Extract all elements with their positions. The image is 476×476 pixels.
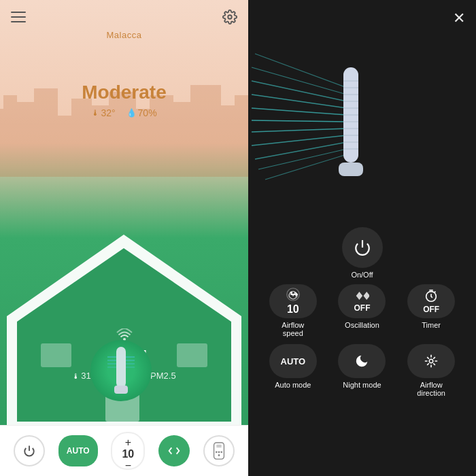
timer-button[interactable]: OFF — [407, 284, 455, 318]
svg-line-38 — [255, 54, 347, 88]
indoor-fan — [90, 340, 158, 411]
svg-line-47 — [258, 149, 347, 169]
svg-line-46 — [255, 142, 347, 159]
svg-point-34 — [218, 451, 220, 453]
auto-mode-group: AUTO Auto mode — [262, 344, 324, 397]
svg-line-42 — [252, 108, 347, 115]
outdoor-section: Moderate 🌡 32° 💧 70% — [0, 34, 248, 125]
airflow-speed-button[interactable]: 10 — [269, 284, 317, 318]
timer-label: Timer — [422, 321, 441, 329]
speed-control[interactable]: + 10 − — [111, 432, 145, 470]
svg-point-36 — [216, 451, 218, 453]
oscillation-button[interactable]: OFF — [338, 284, 386, 318]
power-button[interactable] — [14, 435, 45, 466]
onoff-group: On/Off — [342, 227, 383, 279]
outdoor-quality: Moderate — [0, 82, 248, 103]
outdoor-temp: 🌡 32° — [91, 107, 115, 118]
airflow-dir-button[interactable] — [407, 344, 455, 378]
onoff-row: On/Off — [262, 227, 462, 279]
svg-point-0 — [228, 15, 232, 19]
svg-rect-61 — [339, 163, 363, 176]
outdoor-humidity: 💧 70% — [126, 107, 157, 118]
hamburger-icon[interactable] — [11, 12, 26, 22]
night-mode-label: Night mode — [343, 381, 381, 389]
controls-row-1: 10 Airflowspeed OFF Oscillation — [262, 284, 462, 337]
svg-line-44 — [252, 129, 347, 132]
airflow-speed-group: 10 Airflowspeed — [262, 284, 324, 337]
left-panel: Malacca Moderate 🌡 32° 💧 70% — [0, 0, 248, 476]
auto-mode-button[interactable]: AUTO — [269, 344, 317, 378]
airflow-dir-group: Airflowdirection — [400, 344, 462, 397]
onoff-button[interactable] — [342, 227, 383, 268]
close-icon[interactable]: ✕ — [453, 10, 465, 27]
right-panel: ✕ — [248, 0, 476, 476]
airflow-dir-label: Airflowdirection — [417, 381, 445, 397]
auto-mode-button[interactable]: AUTO — [58, 435, 98, 466]
timer-group: OFF Timer — [400, 284, 462, 337]
svg-line-43 — [252, 120, 347, 122]
oscillation-label: Oscillation — [345, 321, 379, 329]
svg-rect-30 — [114, 386, 128, 394]
svg-rect-21 — [116, 347, 126, 388]
svg-line-45 — [252, 135, 347, 146]
controls-row-2: AUTO Auto mode Night mode — [262, 344, 462, 397]
remote-button[interactable] — [203, 435, 235, 466]
svg-line-41 — [252, 95, 347, 108]
settings-icon[interactable] — [222, 10, 237, 24]
svg-point-66 — [429, 359, 433, 363]
left-top-bar — [0, 0, 248, 34]
svg-line-39 — [252, 67, 347, 95]
svg-point-37 — [220, 451, 222, 453]
svg-line-40 — [252, 81, 347, 101]
onoff-label: On/Off — [351, 271, 373, 279]
oscillation-group: OFF Oscillation — [331, 284, 394, 337]
controls-grid: On/Off 10 Airflowspeed — [248, 220, 476, 411]
svg-point-35 — [218, 454, 220, 456]
auto-mode-label: Auto mode — [275, 381, 311, 389]
night-mode-group: Night mode — [331, 344, 394, 397]
airflow-speed-label: Airflowspeed — [282, 321, 304, 337]
night-mode-button[interactable] — [338, 344, 386, 378]
bottom-controls: AUTO + 10 − — [0, 425, 248, 476]
oscillation-button[interactable] — [158, 435, 190, 466]
right-top-bar: ✕ — [248, 0, 476, 37]
outdoor-stats: 🌡 32° 💧 70% — [0, 107, 248, 118]
svg-rect-33 — [216, 445, 221, 448]
fan-image-area — [248, 37, 476, 220]
